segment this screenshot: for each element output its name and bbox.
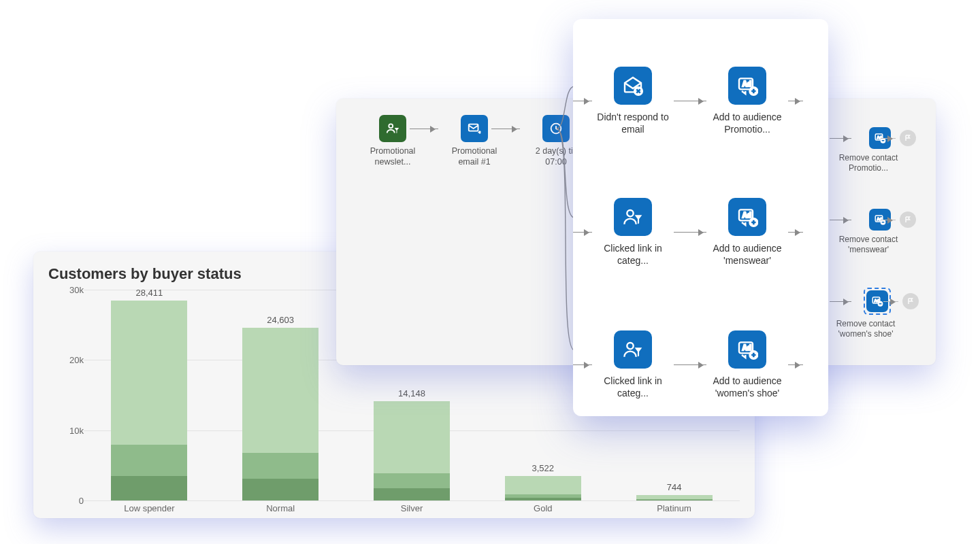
svg-rect-1 (469, 124, 478, 131)
flow-node-start[interactable]: Promotional newslet... (363, 115, 422, 167)
flow-arrow (788, 364, 803, 365)
flow-branch-condition[interactable]: Didn't respond to email (592, 67, 674, 135)
flow-branch-label: Add to audience Promotio... (706, 112, 788, 135)
flow-branch-3: Clicked link in categ... Ad Add to audie… (573, 330, 828, 399)
chart-x-axis: Low spenderNormalSilverGoldPlatinum (84, 500, 740, 515)
svg-point-0 (389, 124, 393, 128)
flow-branch-action[interactable]: Ad Add to audience 'menswear' (706, 198, 788, 267)
clock-icon (542, 115, 570, 142)
flow-node-label: Promotional email #1 (445, 146, 504, 167)
svg-text:Ad: Ad (742, 211, 751, 219)
ad-add-icon: Ad (728, 67, 766, 105)
chart-y-tick: 20k (69, 355, 84, 365)
flow-arrow (788, 101, 803, 101)
flow-node-remove-2[interactable]: Ad Remove contact 'menswear' (858, 209, 902, 255)
flow-node-label: Remove contact 'menswear' (834, 235, 902, 255)
chart-y-tick: 30k (69, 285, 84, 295)
flow-branch-label: Clicked link in categ... (592, 375, 674, 399)
chart-bar-value: 24,603 (242, 315, 318, 325)
flow-branch-action[interactable]: Ad Add to audience Promotio... (706, 67, 788, 135)
ad-add-icon: Ad (728, 330, 766, 369)
svg-point-16 (627, 210, 633, 216)
chart-y-axis: 010k20k30k (50, 290, 84, 500)
svg-text:Ad: Ad (875, 299, 879, 303)
flow-node-remove-1[interactable]: Ad Remove contact Promotio... (858, 127, 902, 173)
flow-arrow (830, 301, 851, 302)
chart-bar-value: 14,148 (374, 388, 450, 398)
flow-branch-condition[interactable]: Clicked link in categ... (592, 330, 674, 399)
flow-branch-2: Clicked link in categ... Ad Add to audie… (573, 198, 828, 267)
flow-branch-1: Didn't respond to email Ad Add to audien… (573, 67, 828, 135)
flow-arrow (674, 101, 706, 101)
flow-node-label: Remove contact Promotio... (834, 153, 902, 173)
flow-node-label: Remove contact 'women's shoe' (832, 319, 900, 339)
flow-arrow (674, 364, 706, 365)
chart-x-label: Normal (215, 503, 346, 513)
svg-point-20 (627, 343, 633, 349)
flow-arrow (830, 220, 851, 220)
chart-x-label: Low spender (84, 503, 215, 513)
chart-x-label: Silver (346, 503, 478, 513)
flow-arrow (830, 138, 851, 139)
workflow-popup: Didn't respond to email Ad Add to audien… (573, 19, 828, 416)
flow-end-placeholder[interactable] (902, 293, 919, 309)
svg-text:Ad: Ad (742, 80, 751, 88)
chart-y-tick: 10k (69, 425, 84, 435)
svg-text:Ad: Ad (742, 344, 751, 352)
flow-arrow (883, 301, 898, 302)
audience-filter-icon (379, 115, 406, 142)
flow-node-label: Promotional newslet... (363, 146, 422, 167)
flow-branch-label: Clicked link in categ... (592, 243, 674, 267)
chart-y-tick: 0 (79, 496, 84, 506)
flow-arrow (788, 232, 803, 233)
flow-branch-label: Add to audience 'menswear' (706, 243, 788, 267)
flow-branch-condition[interactable]: Clicked link in categ... (592, 198, 674, 267)
chart-bar-value: 744 (636, 482, 713, 492)
email-send-icon (461, 115, 488, 142)
chart-bar-value: 28,411 (111, 288, 187, 298)
chart-x-label: Gold (477, 503, 608, 513)
flow-branch-label: Didn't respond to email (592, 112, 674, 135)
flow-arrow (573, 101, 592, 101)
flow-node-email[interactable]: Promotional email #1 (445, 115, 504, 167)
flow-arrow (881, 220, 896, 220)
flow-arrow (674, 232, 706, 233)
flow-branch-label: Add to audience 'women's shoe' (706, 375, 788, 399)
chart-bar: 24,603 (242, 290, 318, 500)
flow-arrow (573, 364, 592, 365)
flow-branch-action[interactable]: Ad Add to audience 'women's shoe' (706, 330, 788, 399)
chart-x-label: Platinum (608, 503, 740, 513)
flow-arrow (881, 138, 896, 139)
flow-arrow (573, 232, 592, 233)
audience-filter-icon (614, 198, 652, 236)
audience-filter-icon (614, 330, 652, 369)
chart-bar-value: 3,522 (505, 463, 581, 473)
flow-end-placeholder[interactable] (900, 211, 916, 228)
flow-end-placeholder[interactable] (900, 130, 916, 146)
flow-arrow (410, 129, 438, 129)
email-no-response-icon (614, 67, 652, 105)
flow-node-remove-3[interactable]: Ad Remove contact 'women's shoe' (855, 288, 900, 339)
flow-arrow (491, 129, 520, 129)
chart-bar: 28,411 (111, 290, 187, 500)
ad-add-icon: Ad (728, 198, 766, 236)
